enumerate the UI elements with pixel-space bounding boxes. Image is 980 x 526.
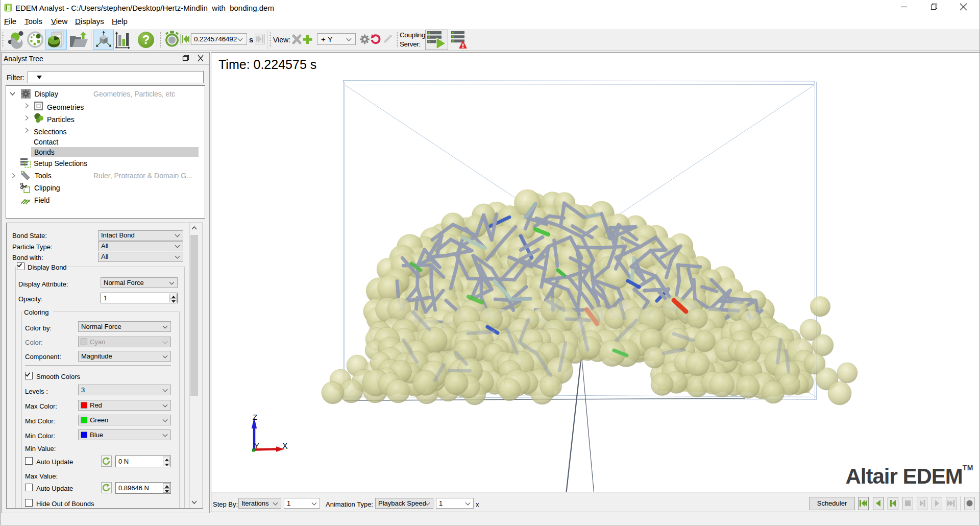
svg-text:?: ? xyxy=(142,33,150,46)
